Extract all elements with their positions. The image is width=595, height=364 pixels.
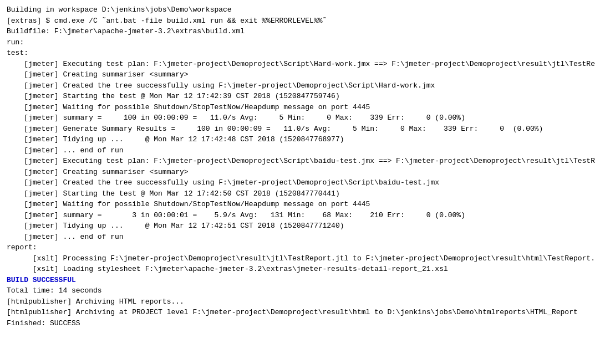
console-line-26: report: xyxy=(7,242,588,253)
console-line-10: [jmeter] Created the tree successfully u… xyxy=(7,80,588,91)
console-line-2: [extras] $ cmd.exe /C ˜ant.bat -file bui… xyxy=(7,16,588,27)
console-line-9: [jmeter] Creating summariser <summary> xyxy=(7,69,588,80)
console-line-1: Building in workspace D:\jenkins\jobs\De… xyxy=(7,4,588,16)
console-line-31: Total time: 14 seconds xyxy=(7,285,588,296)
console-line-5: run: xyxy=(7,37,588,48)
console-line-12: [jmeter] Waiting for possible Shutdown/S… xyxy=(7,102,588,113)
console-line-16: [jmeter] ... end of run xyxy=(7,145,588,156)
console-line-7: test: xyxy=(7,48,588,59)
console-output: Building in workspace D:\jenkins\jobs\De… xyxy=(7,4,588,329)
console-line-34: Finished: SUCCESS xyxy=(7,318,588,329)
console-line-22: [jmeter] summary = 3 in 00:00:01 = 5.9/s… xyxy=(7,210,588,221)
console-line-8: [jmeter] Executing test plan: F:\jmeter-… xyxy=(7,59,588,70)
console-line-27: [xslt] Processing F:\jmeter-project\Demo… xyxy=(7,253,588,264)
console-line-21: [jmeter] Waiting for possible Shutdown/S… xyxy=(7,199,588,210)
console-line-3: Buildfile: F:\jmeter\apache-jmeter-3.2\e… xyxy=(7,26,588,37)
console-line-24: [jmeter] ... end of run xyxy=(7,232,588,243)
console-line-18: [jmeter] Creating summariser <summary> xyxy=(7,167,588,178)
console-line-14: [jmeter] Generate Summary Results = 100 … xyxy=(7,124,588,135)
console-line-28: [xslt] Loading stylesheet F:\jmeter\apac… xyxy=(7,264,588,275)
console-line-19: [jmeter] Created the tree successfully u… xyxy=(7,177,588,188)
console-line-17: [jmeter] Executing test plan: F:\jmeter-… xyxy=(7,156,588,167)
console-line-33: [htmlpublisher] Archiving at PROJECT lev… xyxy=(7,307,588,318)
console-line-11: [jmeter] Starting the test @ Mon Mar 12 … xyxy=(7,91,588,102)
console-line-20: [jmeter] Starting the test @ Mon Mar 12 … xyxy=(7,188,588,199)
console-line-13: [jmeter] summary = 100 in 00:00:09 = 11.… xyxy=(7,112,588,124)
console-line-15: [jmeter] Tidying up ... @ Mon Mar 12 17:… xyxy=(7,134,588,145)
console-line-30: BUILD SUCCESSFUL xyxy=(7,275,588,286)
console-line-23: [jmeter] Tidying up ... @ Mon Mar 12 17:… xyxy=(7,221,588,232)
console-line-32: [htmlpublisher] Archiving HTML reports..… xyxy=(7,296,588,307)
